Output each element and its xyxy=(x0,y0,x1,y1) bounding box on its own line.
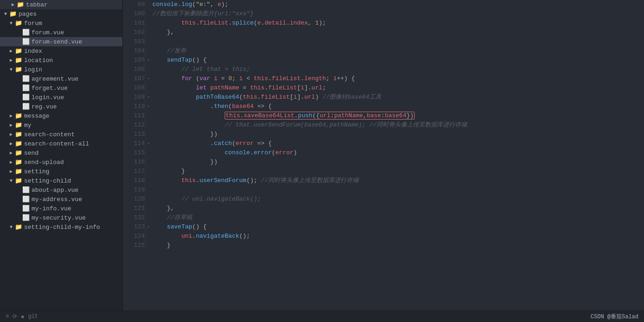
line-arrow: ▸ xyxy=(145,139,152,148)
table-row: 113 }) xyxy=(123,130,644,139)
file-icon: ⬜ xyxy=(22,186,30,194)
sidebar-item-label: login.vue xyxy=(32,94,64,101)
line-code: // that.userSendForum(base64,pathName); … xyxy=(152,120,644,130)
sidebar-item-index[interactable]: ▶ 📁 index xyxy=(0,46,122,56)
sidebar-item-label: my xyxy=(24,122,32,129)
sidebar-item-forum-send-vue[interactable]: ⬜ forum-send.vue xyxy=(0,37,122,46)
sidebar-item-location[interactable]: ▶ 📁 location xyxy=(0,56,122,65)
line-code: this.userSendForum(); //同时将头像上传至数据库进行存储 xyxy=(152,176,644,185)
sidebar-item-my-address-vue[interactable]: ⬜ my-address.vue xyxy=(0,195,122,204)
arrow-icon: ▼ xyxy=(7,67,15,72)
folder-icon: 📁 xyxy=(15,131,22,138)
bottom-bar: ≡ ⟳ ◆ git CSDN @番茄Salad xyxy=(0,310,644,322)
file-icon: ⬜ xyxy=(22,84,30,92)
sidebar-item-my-security-vue[interactable]: ⬜ my-security.vue xyxy=(0,213,122,222)
sidebar-item-label: about-app.vue xyxy=(32,187,78,194)
arrow-icon: ▼ xyxy=(2,12,9,17)
sidebar-item-about-app-vue[interactable]: ⬜ about-app.vue xyxy=(0,185,122,195)
arrow-icon: ▶ xyxy=(7,113,15,119)
line-code: }) xyxy=(152,130,644,139)
line-arrow xyxy=(145,130,152,139)
sidebar-item-my[interactable]: ▶ 📁 my xyxy=(0,120,122,130)
folder-icon: 📁 xyxy=(15,149,22,157)
refresh-icon[interactable]: ⟳ xyxy=(13,313,17,320)
line-arrow: ▸ xyxy=(145,222,152,232)
sidebar-item-label: tabbar xyxy=(26,1,48,8)
diamond-icon[interactable]: ◆ xyxy=(21,313,24,320)
sidebar-item-send-upload[interactable]: ▶ 📁 send-upload xyxy=(0,158,122,167)
sidebar-item-agreement-vue[interactable]: ⬜ agreement.vue xyxy=(0,74,122,83)
sidebar-item-search-content[interactable]: ▶ 📁 search-content xyxy=(0,130,122,139)
table-row: 112 // that.userSendForum(base64,pathNam… xyxy=(123,120,644,130)
line-number: 103 xyxy=(123,37,145,46)
table-row: 121 }, xyxy=(123,204,644,213)
sidebar-item-tabbar[interactable]: ▶ 📁 tabbar xyxy=(0,0,122,9)
sidebar-item-label: send xyxy=(24,150,38,157)
file-icon: ⬜ xyxy=(22,205,30,212)
sidebar-item-forum[interactable]: ▼ 📁 forum xyxy=(0,19,122,28)
table-row: 125 } xyxy=(123,241,644,250)
sidebar-item-label: login xyxy=(24,66,42,73)
folder-icon: 📁 xyxy=(15,57,22,64)
line-code: .then(base64 => { xyxy=(152,102,644,111)
git-icons: ≡ ⟳ ◆ git xyxy=(6,313,38,320)
table-row: 99 console.log("e:", e); xyxy=(123,0,644,9)
file-icon: ⬜ xyxy=(22,75,30,82)
table-row: 103 xyxy=(123,37,644,46)
sidebar-item-label: my-info.vue xyxy=(32,205,71,212)
sidebar-item-send[interactable]: ▶ 📁 send xyxy=(0,148,122,158)
folder-icon: 📁 xyxy=(15,66,22,73)
sidebar-item-my-info-vue[interactable]: ⬜ my-info.vue xyxy=(0,204,122,213)
sidebar-item-login-vue[interactable]: ⬜ login.vue xyxy=(0,93,122,102)
sidebar-item-pages[interactable]: ▼ 📁 pages xyxy=(0,9,122,19)
line-number: 114 xyxy=(123,139,145,148)
line-number: 104 xyxy=(123,46,145,56)
menu-icon[interactable]: ≡ xyxy=(6,313,9,320)
line-arrow: ▸ xyxy=(145,102,152,111)
folder-icon: 📁 xyxy=(15,112,22,120)
arrow-icon: ▶ xyxy=(7,150,15,156)
line-code: this.saveBase64List.push({url:pathName,b… xyxy=(152,111,644,120)
sidebar-item-search-content-all[interactable]: ▶ 📁 search-content-all xyxy=(0,139,122,148)
arrow-icon: ▶ xyxy=(7,169,15,174)
sidebar-item-setting-child[interactable]: ▼ 📁 setting-child xyxy=(0,176,122,185)
file-icon: ⬜ xyxy=(22,94,30,101)
line-code: sendTap() { xyxy=(152,56,644,65)
sidebar-item-label: reg.vue xyxy=(32,103,57,110)
sidebar-item-label: my-security.vue xyxy=(32,215,86,221)
line-code: //发布 xyxy=(152,46,644,56)
folder-icon: 📁 xyxy=(15,19,22,27)
line-number: 102 xyxy=(123,28,145,37)
file-icon: ⬜ xyxy=(22,29,30,36)
line-arrow xyxy=(145,148,152,158)
code-editor[interactable]: 99 console.log("e:", e); 100 //数组按下标删除图片… xyxy=(123,0,644,310)
line-arrow xyxy=(145,232,152,241)
file-icon: ⬜ xyxy=(22,214,30,221)
sidebar-item-label: search-content xyxy=(24,131,75,138)
line-arrow xyxy=(145,46,152,56)
sidebar-item-forget-vue[interactable]: ⬜ forget.vue xyxy=(0,83,122,93)
line-number: 113 xyxy=(123,130,145,139)
sidebar-item-setting-child-my-info[interactable]: ▼ 📁 setting-child-my-info xyxy=(0,222,122,232)
line-code: pathToBase64(this.fileList[i].url) //图像转… xyxy=(152,93,644,102)
line-arrow xyxy=(145,37,152,46)
line-code: } xyxy=(152,167,644,176)
line-arrow xyxy=(145,158,152,167)
table-row: 107 ▸ for (var i = 0; i < this.fileList.… xyxy=(123,74,644,83)
folder-icon: 📁 xyxy=(15,121,22,129)
sidebar-item-label: forget.vue xyxy=(32,85,68,92)
sidebar-item-message[interactable]: ▶ 📁 message xyxy=(0,111,122,120)
sidebar-item-setting[interactable]: ▶ 📁 setting xyxy=(0,167,122,176)
line-code: }, xyxy=(152,28,644,37)
line-arrow xyxy=(145,111,152,120)
line-arrow: ▸ xyxy=(145,93,152,102)
table-row: 120 // uni.navigateBack(); xyxy=(123,195,644,204)
sidebar-item-reg-vue[interactable]: ⬜ reg.vue xyxy=(0,102,122,111)
sidebar-item-login[interactable]: ▼ 📁 login xyxy=(0,65,122,74)
bottom-left: ≡ ⟳ ◆ git xyxy=(6,313,38,320)
code-table: 99 console.log("e:", e); 100 //数组按下标删除图片… xyxy=(123,0,644,250)
line-code: saveTap() { xyxy=(152,222,644,232)
folder-icon: 📁 xyxy=(15,168,22,175)
line-number: 124 xyxy=(123,232,145,241)
sidebar-item-forum-vue[interactable]: ⬜ forum.vue xyxy=(0,28,122,37)
